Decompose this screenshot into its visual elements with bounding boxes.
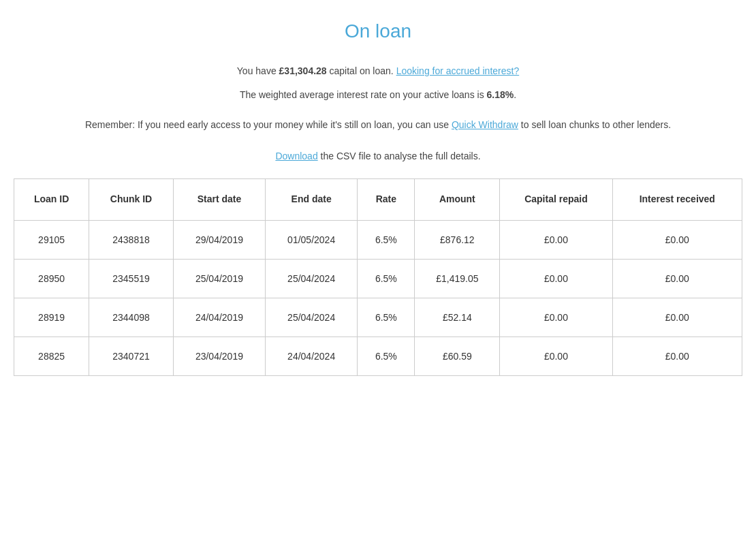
cell-interest_received: £0.00: [612, 337, 742, 375]
cell-end_date: 25/04/2024: [266, 259, 358, 298]
capital-text-after: capital on loan.: [327, 65, 394, 76]
cell-chunk_id: 2438818: [89, 220, 174, 259]
cell-capital_repaid: £0.00: [500, 259, 612, 298]
download-link[interactable]: Download: [275, 151, 317, 161]
loans-table: Loan ID Chunk ID Start date End date Rat…: [14, 178, 742, 376]
cell-rate: 6.5%: [358, 298, 415, 337]
cell-amount: £60.59: [415, 337, 500, 375]
quick-withdraw-link[interactable]: Quick Withdraw: [452, 119, 518, 130]
table-header-row: Loan ID Chunk ID Start date End date Rat…: [14, 179, 742, 221]
cell-rate: 6.5%: [358, 259, 415, 298]
reminder-text-before: Remember: If you need early access to yo…: [85, 119, 452, 130]
page-title: On loan: [14, 20, 742, 42]
reminder-text-after: to sell loan chunks to other lenders.: [518, 119, 671, 130]
accrued-interest-link[interactable]: Looking for accrued interest?: [396, 65, 520, 76]
cell-loan_id: 28950: [14, 259, 89, 298]
table-row: 29105243881829/04/201901/05/20246.5%£876…: [14, 220, 742, 259]
download-section: Download the CSV file to analyse the ful…: [14, 151, 742, 161]
cell-end_date: 24/04/2024: [266, 337, 358, 375]
rate-value: 6.18%: [487, 89, 514, 100]
col-header-end-date: End date: [266, 179, 358, 221]
cell-start_date: 25/04/2019: [173, 259, 265, 298]
reminder-section: Remember: If you need early access to yo…: [14, 117, 742, 134]
download-text-after: the CSV file to analyse the full details…: [318, 151, 481, 161]
col-header-start-date: Start date: [173, 179, 265, 221]
col-header-capital-repaid: Capital repaid: [500, 179, 612, 221]
col-header-interest-received: Interest received: [612, 179, 742, 221]
capital-info: You have £31,304.28 capital on loan. Loo…: [14, 63, 742, 80]
cell-end_date: 01/05/2024: [266, 220, 358, 259]
cell-rate: 6.5%: [358, 337, 415, 375]
cell-interest_received: £0.00: [612, 259, 742, 298]
col-header-chunk-id: Chunk ID: [89, 179, 174, 221]
rate-text-after: .: [514, 89, 516, 100]
table-row: 28919234409824/04/201925/04/20246.5%£52.…: [14, 298, 742, 337]
cell-amount: £876.12: [415, 220, 500, 259]
capital-amount: £31,304.28: [279, 65, 327, 76]
cell-loan_id: 28919: [14, 298, 89, 337]
col-header-rate: Rate: [358, 179, 415, 221]
cell-capital_repaid: £0.00: [500, 220, 612, 259]
cell-chunk_id: 2344098: [89, 298, 174, 337]
info-section: You have £31,304.28 capital on loan. Loo…: [14, 63, 742, 104]
cell-interest_received: £0.00: [612, 298, 742, 337]
cell-end_date: 25/04/2024: [266, 298, 358, 337]
cell-interest_received: £0.00: [612, 220, 742, 259]
cell-capital_repaid: £0.00: [500, 337, 612, 375]
table-row: 28825234072123/04/201924/04/20246.5%£60.…: [14, 337, 742, 375]
rate-text-before: The weighted average interest rate on yo…: [240, 89, 487, 100]
cell-amount: £1,419.05: [415, 259, 500, 298]
cell-rate: 6.5%: [358, 220, 415, 259]
cell-capital_repaid: £0.00: [500, 298, 612, 337]
cell-start_date: 29/04/2019: [173, 220, 265, 259]
col-header-amount: Amount: [415, 179, 500, 221]
cell-amount: £52.14: [415, 298, 500, 337]
cell-chunk_id: 2345519: [89, 259, 174, 298]
capital-text-before: You have: [237, 65, 279, 76]
cell-start_date: 23/04/2019: [173, 337, 265, 375]
table-row: 28950234551925/04/201925/04/20246.5%£1,4…: [14, 259, 742, 298]
cell-loan_id: 28825: [14, 337, 89, 375]
cell-start_date: 24/04/2019: [173, 298, 265, 337]
cell-chunk_id: 2340721: [89, 337, 174, 375]
col-header-loan-id: Loan ID: [14, 179, 89, 221]
rate-info: The weighted average interest rate on yo…: [14, 87, 742, 104]
cell-loan_id: 29105: [14, 220, 89, 259]
